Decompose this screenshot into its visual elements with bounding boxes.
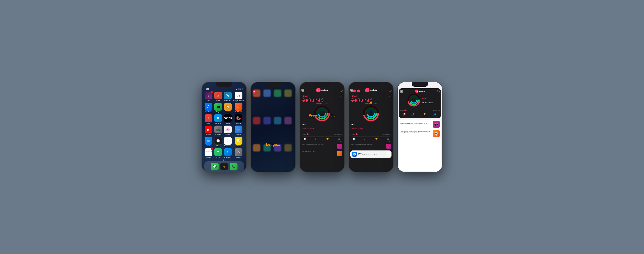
carrot-icon-bg: 🥕 — [234, 103, 242, 111]
tab-sharing-4[interactable]: 👥 Sharing — [386, 138, 390, 142]
phone-icon-bg: 📞 — [230, 163, 238, 170]
clock-label: Clock — [216, 145, 220, 147]
minus-icon-1: − — [353, 90, 356, 92]
tab-achievements[interactable]: 🏆 Achievements — [324, 138, 330, 142]
app-icon-maps[interactable]: 🗺 Maps — [214, 103, 222, 113]
slack-badge: 1 — [211, 91, 213, 93]
tab-workouts-4[interactable]: 🏃 Workouts — [362, 138, 366, 142]
clock-icon-bg: 🕐 — [214, 137, 222, 145]
app-icon-youtube[interactable]: ▶ YouTube — [204, 126, 212, 135]
ynab-label: YNAB — [216, 156, 220, 158]
calendar-icon-bg: Wednesday11 1 — [204, 148, 212, 156]
app-icon-home[interactable]: 🏠 Home — [224, 103, 232, 113]
dock-messages[interactable]: 💬 — [211, 163, 218, 170]
wordpress-label: WordPress — [224, 100, 231, 101]
tab-workouts-5[interactable]: 🏃 Workouts — [412, 113, 416, 117]
app-icon-pandora[interactable]: P Pandora — [214, 114, 222, 124]
activity-rings-5 — [407, 93, 420, 107]
app-icon-ynab[interactable]: Y YNAB — [214, 148, 222, 158]
app-icon-settings[interactable]: ⚙ Settings — [234, 148, 244, 158]
tab-history-4[interactable]: 📊 History — [352, 138, 355, 142]
activity-icon-5 — [415, 90, 418, 93]
activity-icon-bg — [234, 114, 242, 122]
news-item-2: After rep filing, FCC filin... — [302, 151, 336, 152]
photos-label: Photos — [226, 134, 230, 135]
app-icon-appstore[interactable]: A App Store — [204, 103, 212, 113]
phone-2-letgo: − Let go... — [250, 82, 296, 172]
activity-header-icon-4 — [365, 88, 370, 92]
app-icon-reminders[interactable]: ✓ Reminders — [224, 137, 232, 147]
tweetbot-label: Tweetbot — [236, 134, 242, 135]
minus-icon-2: − — [357, 90, 360, 92]
home-icon-bg: 🏠 — [224, 103, 232, 111]
tutorial-scene: 4:03 ▲ WiFi 🔋 # 1 Slack — [0, 76, 644, 178]
tab-achievements-4[interactable]: 🏆 Achievements — [373, 138, 379, 142]
photos-icon-bg: 🌸 — [224, 126, 232, 133]
app-icon-tweetbot[interactable]: 🐦 Tweetbot — [234, 126, 244, 135]
widget-title-3: Activity — [322, 89, 328, 91]
move-value-3: 244/400 calories — [302, 128, 314, 129]
activity-label: Activity — [236, 122, 241, 124]
widget-title-4: Activity — [370, 89, 377, 91]
onepassword-label: 1Password — [224, 156, 231, 158]
app-icon-notes[interactable]: 📝 Notes — [234, 137, 244, 147]
app-icon-mail[interactable]: ✉ Mail — [204, 137, 212, 147]
news-1-thumb: 📷 — [433, 121, 440, 128]
svg-point-2 — [238, 117, 239, 119]
reminders-icon-bg: ✓ — [224, 137, 232, 145]
info-icon-4: i — [388, 89, 392, 92]
notes-label: Notes — [237, 145, 240, 147]
notes-icon-bg: 📝 — [234, 137, 242, 145]
safari-notification: 🧭 Safari From "Michael's MacBook Pro" — [350, 150, 392, 158]
app-icon-camera[interactable]: 📷 Camera — [214, 126, 222, 135]
wordpress-icon-bg: W — [224, 92, 232, 99]
activity-header-icon — [316, 88, 320, 92]
app-icon-slack[interactable]: # 1 Slack — [204, 92, 212, 101]
sonos-icon-bg: SONOS — [224, 114, 232, 122]
app-icon-sonos[interactable]: SONOS Sonos — [224, 114, 232, 124]
dock-phone[interactable]: 📞 — [230, 163, 238, 170]
news-2-thumb: 👻 — [433, 130, 440, 137]
app-icon-photos[interactable]: 🌸 Photos — [224, 126, 232, 135]
dock-compass[interactable]: ◈ — [220, 163, 228, 170]
app-icon-1password[interactable]: 1 1Password — [224, 148, 232, 158]
tab-workouts[interactable]: 🏃 Workouts — [313, 138, 318, 142]
app-grid: # 1 Slack ✉ Spark W WordPress — [204, 91, 245, 159]
tab-sharing-5[interactable]: 👥 Sharing — [433, 113, 437, 117]
dock: 💬 ◈ 📞 — [204, 161, 244, 172]
move-label-5: Move — [422, 98, 426, 99]
dot-2 — [224, 159, 226, 161]
phone-5-expanded: ⚙ Activity i — [397, 82, 442, 172]
camera-icon-bg: 📷 — [214, 126, 222, 133]
tab-achievements-5[interactable]: 🏆 Achievements — [421, 113, 428, 117]
app-icon-gcal[interactable]: 31 GoogleCalendar — [234, 92, 244, 101]
spark-label: Spark — [216, 100, 220, 101]
tab-history[interactable]: 📊 History — [303, 138, 306, 142]
tab-sharing[interactable]: 👥 Sharing — [337, 138, 341, 142]
settings-label: Settings — [236, 156, 241, 158]
drag-up-arrow — [370, 101, 372, 116]
compass-icon-bg: ◈ — [220, 163, 228, 170]
phone-3-press-hold: ⚙ Activity i ◀ April — [300, 82, 344, 172]
tab-history-5[interactable]: 📊 History — [403, 113, 406, 117]
app-icon-carrot[interactable]: 🥕 CARROT° — [234, 103, 244, 113]
app-icon-calendar[interactable]: Wednesday11 1 Calendar — [204, 148, 212, 158]
safari-notification-text: Safari From "Michael's MacBook Pro" — [358, 153, 376, 156]
app-icon-spark[interactable]: ✉ Spark — [214, 92, 222, 101]
onepassword-icon-bg: 1 — [224, 148, 232, 156]
app-icon-clock[interactable]: 🕐 Clock — [214, 137, 222, 147]
widget-title-5: Activity — [419, 90, 425, 92]
carrot-label: CARROT° — [235, 111, 242, 113]
dot-1 — [223, 159, 224, 161]
app-icon-activity[interactable]: Activity — [234, 114, 244, 124]
app-icon-wordpress[interactable]: W WordPress — [224, 92, 232, 101]
let-go-text: Let go... — [266, 142, 280, 147]
app-icon-music[interactable]: ♪ Music — [204, 114, 212, 124]
gcal-label: GoogleCalendar — [234, 100, 244, 101]
ynab-icon-bg: Y — [214, 148, 222, 156]
gcal-icon-bg: 31 — [234, 92, 242, 99]
wifi-icon: WiFi — [238, 88, 240, 90]
move-value-5: 244/400 calories — [422, 102, 432, 104]
move-label-4: Move — [352, 124, 356, 126]
signal-icon: ▲ — [236, 88, 237, 90]
